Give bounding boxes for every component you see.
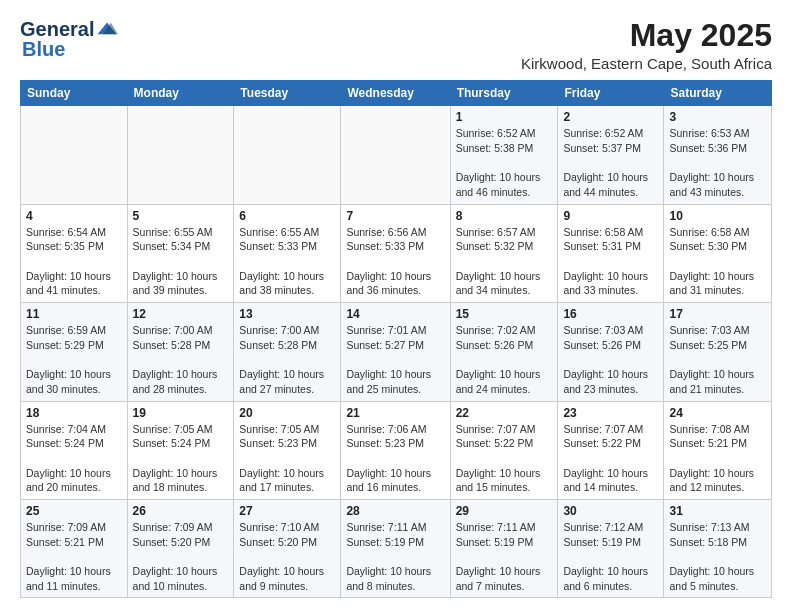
day-number: 3 [669, 110, 766, 124]
day-info: Sunrise: 6:58 AMSunset: 5:31 PMDaylight:… [563, 225, 658, 298]
day-info: Sunrise: 6:52 AMSunset: 5:37 PMDaylight:… [563, 126, 658, 199]
logo: General Blue [20, 18, 118, 61]
calendar-cell: 20Sunrise: 7:05 AMSunset: 5:23 PMDayligh… [234, 401, 341, 499]
location: Kirkwood, Eastern Cape, South Africa [521, 55, 772, 72]
day-number: 15 [456, 307, 553, 321]
calendar-week-row: 18Sunrise: 7:04 AMSunset: 5:24 PMDayligh… [21, 401, 772, 499]
calendar-cell: 10Sunrise: 6:58 AMSunset: 5:30 PMDayligh… [664, 204, 772, 302]
day-info: Sunrise: 7:07 AMSunset: 5:22 PMDaylight:… [563, 422, 658, 495]
calendar-table: SundayMondayTuesdayWednesdayThursdayFrid… [20, 80, 772, 598]
calendar-cell: 26Sunrise: 7:09 AMSunset: 5:20 PMDayligh… [127, 499, 234, 597]
day-number: 21 [346, 406, 444, 420]
day-info: Sunrise: 7:11 AMSunset: 5:19 PMDaylight:… [456, 520, 553, 593]
day-number: 18 [26, 406, 122, 420]
logo-text: General [20, 18, 118, 40]
col-header-wednesday: Wednesday [341, 81, 450, 106]
day-info: Sunrise: 6:55 AMSunset: 5:33 PMDaylight:… [239, 225, 335, 298]
day-number: 8 [456, 209, 553, 223]
day-info: Sunrise: 7:12 AMSunset: 5:19 PMDaylight:… [563, 520, 658, 593]
calendar-cell: 11Sunrise: 6:59 AMSunset: 5:29 PMDayligh… [21, 303, 128, 401]
day-info: Sunrise: 7:00 AMSunset: 5:28 PMDaylight:… [239, 323, 335, 396]
logo-general: General [20, 18, 94, 40]
col-header-monday: Monday [127, 81, 234, 106]
calendar-cell [21, 106, 128, 204]
calendar-week-row: 11Sunrise: 6:59 AMSunset: 5:29 PMDayligh… [21, 303, 772, 401]
calendar-cell: 18Sunrise: 7:04 AMSunset: 5:24 PMDayligh… [21, 401, 128, 499]
calendar-cell: 25Sunrise: 7:09 AMSunset: 5:21 PMDayligh… [21, 499, 128, 597]
calendar-cell: 15Sunrise: 7:02 AMSunset: 5:26 PMDayligh… [450, 303, 558, 401]
day-info: Sunrise: 7:06 AMSunset: 5:23 PMDaylight:… [346, 422, 444, 495]
day-number: 14 [346, 307, 444, 321]
calendar-cell [341, 106, 450, 204]
page: General Blue May 2025 Kirkwood, Eastern … [0, 0, 792, 612]
day-number: 17 [669, 307, 766, 321]
day-number: 25 [26, 504, 122, 518]
day-info: Sunrise: 6:57 AMSunset: 5:32 PMDaylight:… [456, 225, 553, 298]
col-header-thursday: Thursday [450, 81, 558, 106]
col-header-friday: Friday [558, 81, 664, 106]
title-block: May 2025 Kirkwood, Eastern Cape, South A… [521, 18, 772, 72]
col-header-sunday: Sunday [21, 81, 128, 106]
day-info: Sunrise: 6:53 AMSunset: 5:36 PMDaylight:… [669, 126, 766, 199]
day-number: 29 [456, 504, 553, 518]
calendar-cell [127, 106, 234, 204]
calendar-cell: 30Sunrise: 7:12 AMSunset: 5:19 PMDayligh… [558, 499, 664, 597]
day-number: 7 [346, 209, 444, 223]
day-info: Sunrise: 7:05 AMSunset: 5:23 PMDaylight:… [239, 422, 335, 495]
calendar-cell: 31Sunrise: 7:13 AMSunset: 5:18 PMDayligh… [664, 499, 772, 597]
day-number: 12 [133, 307, 229, 321]
calendar-cell: 3Sunrise: 6:53 AMSunset: 5:36 PMDaylight… [664, 106, 772, 204]
calendar-header-row: SundayMondayTuesdayWednesdayThursdayFrid… [21, 81, 772, 106]
day-number: 6 [239, 209, 335, 223]
day-number: 16 [563, 307, 658, 321]
calendar-cell: 12Sunrise: 7:00 AMSunset: 5:28 PMDayligh… [127, 303, 234, 401]
day-number: 11 [26, 307, 122, 321]
col-header-saturday: Saturday [664, 81, 772, 106]
calendar-cell: 22Sunrise: 7:07 AMSunset: 5:22 PMDayligh… [450, 401, 558, 499]
calendar-cell: 21Sunrise: 7:06 AMSunset: 5:23 PMDayligh… [341, 401, 450, 499]
day-info: Sunrise: 7:13 AMSunset: 5:18 PMDaylight:… [669, 520, 766, 593]
calendar-cell: 24Sunrise: 7:08 AMSunset: 5:21 PMDayligh… [664, 401, 772, 499]
logo-blue: Blue [22, 38, 65, 60]
day-number: 5 [133, 209, 229, 223]
logo-icon [96, 20, 118, 38]
calendar-cell: 2Sunrise: 6:52 AMSunset: 5:37 PMDaylight… [558, 106, 664, 204]
header: General Blue May 2025 Kirkwood, Eastern … [20, 18, 772, 72]
day-info: Sunrise: 7:09 AMSunset: 5:21 PMDaylight:… [26, 520, 122, 593]
calendar-cell: 19Sunrise: 7:05 AMSunset: 5:24 PMDayligh… [127, 401, 234, 499]
day-info: Sunrise: 6:54 AMSunset: 5:35 PMDaylight:… [26, 225, 122, 298]
col-header-tuesday: Tuesday [234, 81, 341, 106]
month-year: May 2025 [521, 18, 772, 53]
calendar-cell: 23Sunrise: 7:07 AMSunset: 5:22 PMDayligh… [558, 401, 664, 499]
day-number: 9 [563, 209, 658, 223]
day-info: Sunrise: 7:07 AMSunset: 5:22 PMDaylight:… [456, 422, 553, 495]
calendar-cell: 29Sunrise: 7:11 AMSunset: 5:19 PMDayligh… [450, 499, 558, 597]
day-info: Sunrise: 7:11 AMSunset: 5:19 PMDaylight:… [346, 520, 444, 593]
day-number: 19 [133, 406, 229, 420]
calendar-cell: 14Sunrise: 7:01 AMSunset: 5:27 PMDayligh… [341, 303, 450, 401]
day-info: Sunrise: 7:00 AMSunset: 5:28 PMDaylight:… [133, 323, 229, 396]
day-info: Sunrise: 7:02 AMSunset: 5:26 PMDaylight:… [456, 323, 553, 396]
day-number: 4 [26, 209, 122, 223]
calendar-cell: 4Sunrise: 6:54 AMSunset: 5:35 PMDaylight… [21, 204, 128, 302]
day-info: Sunrise: 6:55 AMSunset: 5:34 PMDaylight:… [133, 225, 229, 298]
day-number: 28 [346, 504, 444, 518]
calendar-cell: 1Sunrise: 6:52 AMSunset: 5:38 PMDaylight… [450, 106, 558, 204]
calendar-cell: 16Sunrise: 7:03 AMSunset: 5:26 PMDayligh… [558, 303, 664, 401]
day-info: Sunrise: 7:03 AMSunset: 5:25 PMDaylight:… [669, 323, 766, 396]
day-number: 1 [456, 110, 553, 124]
calendar-week-row: 1Sunrise: 6:52 AMSunset: 5:38 PMDaylight… [21, 106, 772, 204]
day-number: 23 [563, 406, 658, 420]
calendar-cell: 7Sunrise: 6:56 AMSunset: 5:33 PMDaylight… [341, 204, 450, 302]
day-number: 2 [563, 110, 658, 124]
day-number: 26 [133, 504, 229, 518]
day-info: Sunrise: 7:04 AMSunset: 5:24 PMDaylight:… [26, 422, 122, 495]
day-number: 31 [669, 504, 766, 518]
day-info: Sunrise: 7:10 AMSunset: 5:20 PMDaylight:… [239, 520, 335, 593]
calendar-cell: 13Sunrise: 7:00 AMSunset: 5:28 PMDayligh… [234, 303, 341, 401]
day-info: Sunrise: 7:08 AMSunset: 5:21 PMDaylight:… [669, 422, 766, 495]
calendar-cell: 27Sunrise: 7:10 AMSunset: 5:20 PMDayligh… [234, 499, 341, 597]
day-number: 27 [239, 504, 335, 518]
day-info: Sunrise: 6:52 AMSunset: 5:38 PMDaylight:… [456, 126, 553, 199]
day-info: Sunrise: 7:01 AMSunset: 5:27 PMDaylight:… [346, 323, 444, 396]
